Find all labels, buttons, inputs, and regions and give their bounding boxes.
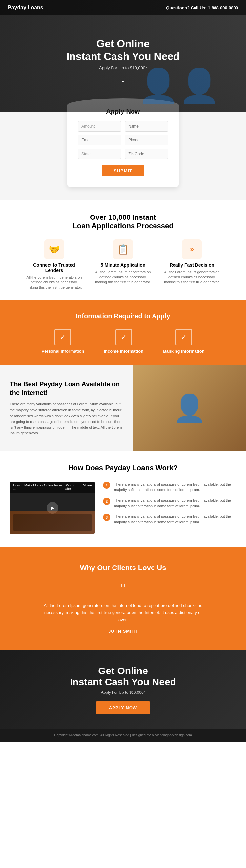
step-text-3: There are many variations of passages of… <box>114 514 236 525</box>
testimonial-text: All the Lorem Ipsum generators on the In… <box>41 602 205 624</box>
fast-decision-icon: » <box>182 240 202 259</box>
info-card-1: ✓ Income Information <box>104 329 144 353</box>
watch-later-btn[interactable]: Watch later <box>65 484 80 491</box>
step-number-1: 1 <box>103 482 110 489</box>
best-body: There are many variations of passages of… <box>10 402 123 436</box>
video-top-bar: How to Make Money Online From ... Watch … <box>10 482 95 493</box>
stat-card-1: 📋 5 Minute Application All the Lorem Ips… <box>93 240 153 290</box>
cta-button[interactable]: APPLY NOW <box>96 701 150 714</box>
state-select[interactable]: State <box>78 149 121 159</box>
hero-content: Get Online Instant Cash You Need Apply F… <box>66 37 180 70</box>
zip-input[interactable] <box>125 149 168 159</box>
step-number-2: 2 <box>103 498 110 505</box>
best-section: The Best Payday Loan Available on the In… <box>0 366 246 451</box>
step-text-1: There are many variations of passages of… <box>114 482 236 492</box>
form-row-1: Amount <box>78 121 168 131</box>
best-text: The Best Payday Loan Available on the In… <box>0 366 133 451</box>
personal-info-icon: ✓ <box>55 329 71 345</box>
how-step-2: 2 There are many variations of passages … <box>103 498 236 508</box>
income-info-icon: ✓ <box>116 329 132 345</box>
hero-subtitle: Apply For Up to $10,000* <box>66 65 180 70</box>
apply-card: Apply Now Amount State SUBMIT <box>67 98 179 187</box>
stat-text-0: All the Lorem Ipsum generators on define… <box>25 275 84 290</box>
video-controls: Watch later Share <box>65 484 92 491</box>
best-image: 👤 <box>133 366 246 451</box>
amount-select[interactable]: Amount <box>78 121 121 131</box>
stat-title-1: 5 Minute Application <box>93 262 153 268</box>
scroll-arrow: ⌄ <box>120 76 126 84</box>
site-header: Payday Loans Questions? Call Us: 1-888-0… <box>0 0 246 15</box>
stat-text-1: All the Lorem Ipsum generators on define… <box>93 270 153 285</box>
cta-subtitle: Apply For Up to $10,000* <box>101 690 145 695</box>
cta-title: Get Online Instant Cash You Need <box>70 665 176 688</box>
banking-info-icon: ✓ <box>176 329 192 345</box>
how-section: How Does Payday Loans Work? How to Make … <box>0 451 246 547</box>
phone-number: 1-888-000-0800 <box>208 5 238 10</box>
site-logo: Payday Loans <box>8 5 43 10</box>
how-steps: 1 There are many variations of passages … <box>103 482 236 525</box>
how-title: How Does Payday Loans Work? <box>10 464 236 472</box>
cta-section: Get Online Instant Cash You Need Apply F… <box>0 650 246 729</box>
quote-icon: " <box>8 580 238 598</box>
how-step-1: 1 There are many variations of passages … <box>103 482 236 492</box>
form-row-3: State <box>78 149 168 159</box>
handshake-icon: 🤝 <box>44 240 64 259</box>
phone-input[interactable] <box>125 135 168 145</box>
submit-button[interactable]: SUBMIT <box>102 165 144 177</box>
stat-title-0: Connect to Trusted Lenders <box>25 262 84 273</box>
how-video: How to Make Money Online From ... Watch … <box>10 482 95 534</box>
info-section: Information Required to Apply ✓ Personal… <box>0 301 246 366</box>
info-card-2: ✓ Banking Information <box>163 329 204 353</box>
stat-card-0: 🤝 Connect to Trusted Lenders All the Lor… <box>25 240 84 290</box>
stats-cards: 🤝 Connect to Trusted Lenders All the Lor… <box>8 240 238 290</box>
testimonial-title: Why Our Clients Love Us <box>8 564 238 572</box>
stat-title-2: Really Fast Decision <box>162 262 221 268</box>
form-row-2 <box>78 135 168 145</box>
apply-section: Apply Now Amount State SUBMIT <box>0 112 246 200</box>
best-title: The Best Payday Loan Available on the In… <box>10 380 123 397</box>
info-label-1: Income Information <box>104 349 144 353</box>
hero-title: Get Online Instant Cash You Need <box>66 37 180 63</box>
stat-card-2: » Really Fast Decision All the Lorem Ips… <box>162 240 221 290</box>
info-label-2: Banking Information <box>163 349 204 353</box>
video-title: How to Make Money Online From ... <box>13 484 65 491</box>
email-input[interactable] <box>78 135 121 145</box>
info-title: Information Required to Apply <box>8 312 238 320</box>
stats-section: Over 10,000 Instant Loan Applications Pr… <box>0 200 246 301</box>
clipboard-icon: 📋 <box>113 240 133 259</box>
testimonial-section: Why Our Clients Love Us " All the Lorem … <box>0 547 246 650</box>
info-cards: ✓ Personal Information ✓ Income Informat… <box>8 329 238 353</box>
header-phone: Questions? Call Us: 1-888-000-0800 <box>166 5 238 10</box>
share-btn[interactable]: Share <box>83 484 92 491</box>
step-text-2: There are many variations of passages of… <box>114 498 236 508</box>
info-card-0: ✓ Personal Information <box>41 329 84 353</box>
testimonial-author: JOHN SMITH <box>8 629 238 634</box>
stat-text-2: All the Lorem Ipsum generators on define… <box>162 270 221 285</box>
hero-section: 👤👤 Payday Loans Questions? Call Us: 1-88… <box>0 0 246 112</box>
info-label-0: Personal Information <box>41 349 84 353</box>
phone-label: Questions? Call Us: <box>166 5 207 10</box>
footer: Copyright © domainname.com, All Rights R… <box>0 729 246 742</box>
step-number-3: 3 <box>103 514 110 521</box>
how-content: How to Make Money Online From ... Watch … <box>10 482 236 534</box>
name-input[interactable] <box>125 121 168 131</box>
footer-text: Copyright © domainname.com, All Rights R… <box>54 734 191 737</box>
how-step-3: 3 There are many variations of passages … <box>103 514 236 525</box>
stats-title: Over 10,000 Instant Loan Applications Pr… <box>8 213 238 230</box>
